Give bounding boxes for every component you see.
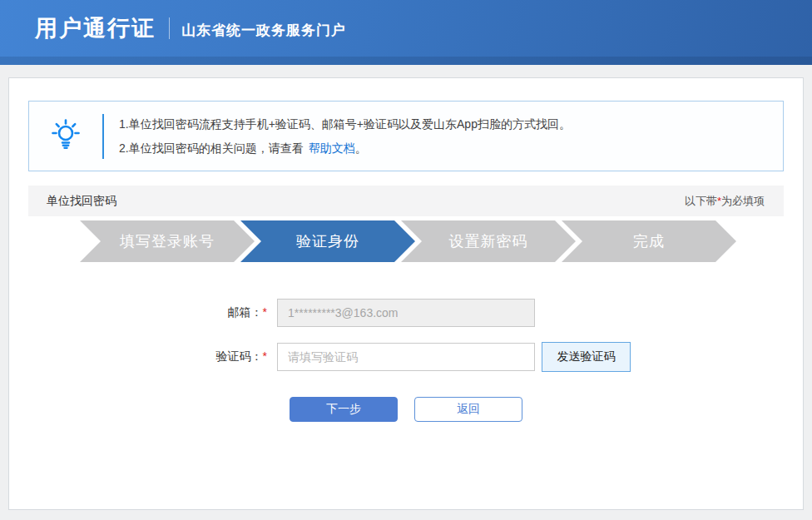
content-card: 1.单位找回密码流程支持手机+验证码、邮箱号+验证码以及爱山东App扫脸的方式找… — [8, 77, 804, 510]
email-row: 邮箱：* — [9, 299, 803, 327]
help-doc-link[interactable]: 帮助文档 — [309, 141, 355, 155]
portal-title: 用户通行证 — [35, 13, 156, 43]
email-field — [277, 299, 535, 327]
step-fill-account: 填写登录账号 — [80, 220, 255, 262]
tip-box: 1.单位找回密码流程支持手机+验证码、邮箱号+验证码以及爱山东App扫脸的方式找… — [28, 101, 784, 171]
section-bar: 单位找回密码 以下带*为必填项 — [28, 186, 784, 216]
header-bottom-strip — [0, 57, 812, 65]
recovery-form: 邮箱：* 验证码：* 发送验证码 下一步 返回 — [9, 299, 803, 422]
email-label: 邮箱：* — [9, 305, 267, 320]
step-verify-identity: 验证身份 — [240, 220, 415, 262]
tip-line-2: 2.单位找回密码的相关问题，请查看帮助文档。 — [119, 136, 571, 161]
step-complete: 完成 — [562, 220, 736, 262]
action-buttons: 下一步 返回 — [290, 397, 803, 422]
lightbulb-icon — [29, 119, 102, 154]
next-step-button[interactable]: 下一步 — [290, 397, 398, 422]
step-set-new-password: 设置新密码 — [401, 220, 576, 262]
step-wizard: 填写登录账号 验证身份 设置新密码 完成 — [80, 220, 803, 262]
portal-subtitle: 山东省统一政务服务门户 — [181, 21, 346, 40]
page-header: 用户通行证 山东省统一政务服务门户 — [0, 0, 812, 65]
tip-text: 1.单位找回密码流程支持手机+验证码、邮箱号+验证码以及爱山东App扫脸的方式找… — [104, 112, 571, 161]
code-required-star: * — [263, 349, 267, 363]
code-input[interactable] — [277, 343, 535, 371]
send-code-button[interactable]: 发送验证码 — [542, 342, 631, 372]
section-title: 单位找回密码 — [47, 194, 116, 209]
required-note: 以下带*为必填项 — [685, 194, 765, 209]
title-divider — [169, 17, 170, 39]
code-row: 验证码：* 发送验证码 — [9, 342, 803, 372]
tip-line-1: 1.单位找回密码流程支持手机+验证码、邮箱号+验证码以及爱山东App扫脸的方式找… — [119, 112, 571, 136]
back-button[interactable]: 返回 — [414, 397, 522, 422]
code-label: 验证码：* — [9, 349, 267, 364]
email-required-star: * — [263, 305, 267, 319]
